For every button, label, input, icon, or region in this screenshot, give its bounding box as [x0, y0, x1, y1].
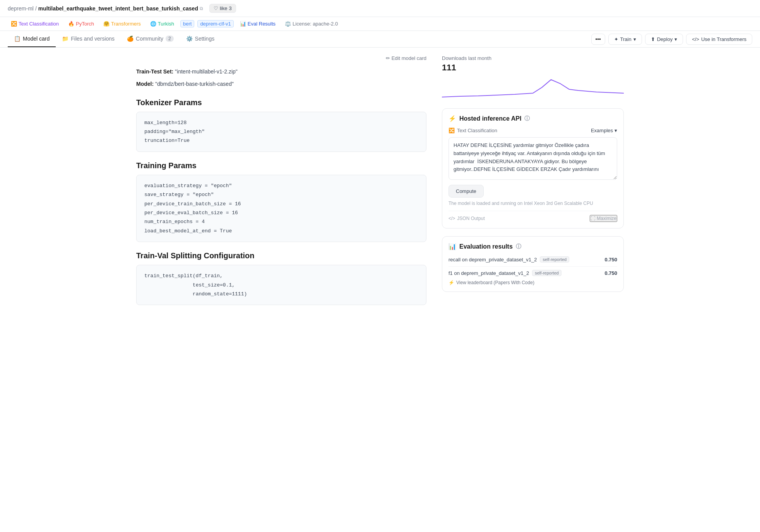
tab-model-card-label: Model card [23, 36, 50, 42]
tab-community[interactable]: 🍊 Community 2 [121, 31, 180, 47]
inference-info-icon[interactable]: ⓘ [524, 115, 530, 122]
main-content: ✏ Edit model card Train-Test Set: "inten… [128, 48, 632, 321]
compute-button[interactable]: Compute [448, 185, 484, 198]
edit-model-card-row: ✏ Edit model card [136, 55, 426, 61]
tag-pytorch[interactable]: 🔥 PyTorch [65, 20, 97, 27]
path-separator: / [35, 5, 37, 12]
lightning-icon: ⚡ [448, 115, 456, 122]
inference-task-icon: 🔀 [448, 128, 455, 133]
eval-metric-2-text: f1 on deprem_private_dataset_v1_2 [448, 270, 529, 276]
repo-name[interactable]: multilabel_earthquake_tweet_intent_bert_… [38, 5, 198, 12]
downloads-count: 111 [442, 63, 624, 73]
maximize-button[interactable]: ⛶ Maximize [590, 215, 617, 222]
inference-card: ⚡ Hosted inference API ⓘ 🔀 Text Classifi… [442, 108, 624, 228]
tab-files-label: Files and versions [71, 36, 115, 42]
tag-text-classification[interactable]: 🔀 Text Classification [8, 20, 62, 27]
nav-tabs: 📋 Model card 📁 Files and versions 🍊 Comm… [0, 31, 760, 48]
dots-icon: ••• [596, 36, 601, 42]
model-line: Model: "dbmdz/bert-base-turkish-cased" [136, 80, 426, 89]
tag-turkish-icon: 🌐 [150, 21, 156, 27]
like-label: like [220, 5, 228, 11]
tag-turkish-label: Turkish [158, 21, 174, 27]
inference-textarea[interactable] [448, 137, 617, 180]
eval-metric-1-text: recall on deprem_private_dataset_v1_2 [448, 257, 537, 263]
compute-label: Compute [456, 188, 476, 194]
tokenizer-code: max_length=128 padding="max_length" trun… [144, 118, 418, 145]
eval-card: 📊 Evaluation results ⓘ recall on deprem_… [442, 236, 624, 292]
tag-bert-label: bert [183, 21, 192, 27]
tag-pytorch-label: PyTorch [76, 21, 94, 27]
eval-badge-2: self-reported [532, 270, 561, 276]
train-icon: ✦ [614, 36, 618, 42]
copy-icon[interactable]: ⧉ [200, 6, 203, 11]
tab-community-label: Community [136, 36, 163, 42]
tag-text-classification-icon: 🔀 [11, 21, 17, 27]
tab-files-versions[interactable]: 📁 Files and versions [56, 31, 121, 47]
tab-settings-label: Settings [195, 36, 215, 42]
tag-license[interactable]: ⚖️ License: apache-2.0 [282, 20, 341, 27]
tag-license-icon: ⚖️ [285, 21, 291, 27]
top-bar: deprem-ml / multilabel_earthquake_tweet_… [0, 0, 760, 17]
use-transformers-label: Use in Transformers [701, 36, 746, 42]
use-in-transformers-button[interactable]: </> Use in Transformers [686, 34, 752, 45]
train-chevron-icon: ▾ [633, 36, 636, 42]
tag-bert[interactable]: bert [180, 20, 194, 27]
deploy-chevron-icon: ▾ [674, 36, 677, 42]
examples-chevron-icon: ▾ [615, 128, 617, 133]
edit-model-card-link[interactable]: ✏ Edit model card [386, 55, 426, 61]
tab-settings[interactable]: ⚙️ Settings [180, 31, 221, 47]
more-options-button[interactable]: ••• [591, 34, 605, 45]
eval-metric-2: f1 on deprem_private_dataset_v1_2 self-r… [448, 270, 561, 276]
train-button[interactable]: ✦ Train ▾ [608, 34, 642, 45]
examples-label: Examples [591, 128, 613, 133]
training-code-block: evaluation_strategy = "epoch" save_strat… [136, 175, 426, 242]
heart-icon: ♡ [214, 5, 218, 11]
eval-divider [448, 266, 617, 267]
tag-eval-label: Eval Results [248, 21, 276, 27]
leaderboard-link[interactable]: ⚡ View leaderboard (Papers With Code) [448, 280, 617, 285]
org-name[interactable]: deprem-ml [8, 5, 34, 12]
tag-transformers[interactable]: 🤗 Transformers [100, 20, 144, 27]
like-button[interactable]: ♡ like 3 [209, 4, 236, 13]
split-heading: Train-Val Splitting Configuration [136, 251, 426, 260]
deploy-button[interactable]: ⬆ Deploy ▾ [645, 34, 683, 45]
json-row: </> JSON Output ⛶ Maximize [448, 211, 617, 222]
tokenizer-code-block: max_length=128 padding="max_length" trun… [136, 112, 426, 152]
json-code-icon: </> [448, 216, 455, 221]
split-code-block: train_test_split(df_train, test_size=0.1… [136, 265, 426, 305]
tag-eval-icon: 📊 [240, 21, 246, 27]
tag-turkish[interactable]: 🌐 Turkish [147, 20, 177, 27]
right-panel: Downloads last month 111 ⚡ Hosted infere… [434, 48, 624, 321]
train-test-label: Train-Test Set: [136, 68, 173, 75]
edit-link-label: Edit model card [392, 55, 426, 61]
deploy-label: Deploy [657, 36, 673, 42]
tab-files-icon: 📁 [62, 36, 68, 42]
eval-info-icon[interactable]: ⓘ [516, 243, 521, 250]
eval-value-2: 0.750 [604, 270, 617, 276]
training-heading: Training Params [136, 161, 426, 170]
like-count: 3 [229, 5, 231, 11]
eval-title: 📊 Evaluation results ⓘ [448, 243, 617, 250]
left-panel: ✏ Edit model card Train-Test Set: "inten… [136, 48, 434, 321]
eval-badge-1: self-reported [540, 256, 569, 263]
tag-deprem[interactable]: deprem-clf-v1 [197, 20, 233, 27]
tag-text-classification-label: Text Classification [19, 21, 59, 27]
inference-task: 🔀 Text Classification [448, 128, 497, 133]
community-badge: 2 [166, 36, 174, 42]
inference-title-text: Hosted inference API [459, 115, 521, 122]
tag-license-label: License: apache-2.0 [293, 21, 338, 27]
downloads-chart [442, 76, 624, 99]
model-label: Model: [136, 81, 154, 87]
nav-actions: ••• ✦ Train ▾ ⬆ Deploy ▾ </> Use in Tran… [591, 34, 752, 45]
tag-eval[interactable]: 📊 Eval Results [237, 20, 279, 27]
examples-select[interactable]: Examples ▾ [591, 128, 617, 133]
inference-title: ⚡ Hosted inference API ⓘ [448, 115, 617, 122]
tab-model-card[interactable]: 📋 Model card [8, 31, 56, 47]
downloads-line [442, 80, 624, 97]
eval-metric-1: recall on deprem_private_dataset_v1_2 se… [448, 256, 569, 263]
eval-row-2: f1 on deprem_private_dataset_v1_2 self-r… [448, 270, 617, 276]
eval-row-1: recall on deprem_private_dataset_v1_2 se… [448, 256, 617, 263]
train-test-section: Train-Test Set: "intent-multilabel-v1-2.… [136, 67, 426, 89]
downloads-label: Downloads last month [442, 55, 624, 61]
downloads-card: Downloads last month 111 [442, 55, 624, 99]
